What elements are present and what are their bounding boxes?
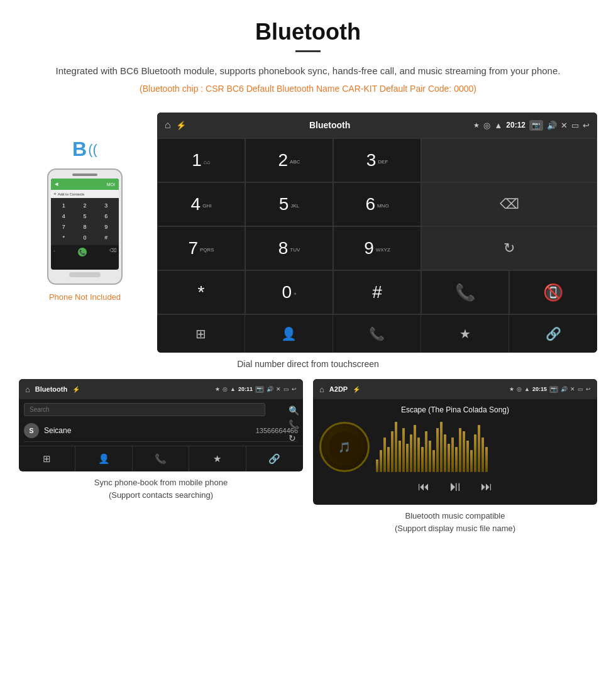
pb-home-icon: ⌂	[25, 385, 30, 394]
music-title: A2DP	[329, 385, 348, 393]
prev-icon[interactable]: ⏮	[418, 480, 429, 493]
dial-key-8[interactable]: 8TUV	[245, 226, 333, 270]
phonebook-frame: ⌂ Bluetooth ⚡ ★ ◎ ▲ 20:11 📷 🔊 ✕ ▭ ↩	[19, 379, 303, 471]
dial-key-9[interactable]: 9WXYZ	[333, 226, 421, 270]
bt-wifi-icon: B ((	[72, 138, 97, 161]
pb-sidebar-search[interactable]: 🔍	[289, 405, 299, 416]
music-home-icon: ⌂	[319, 385, 324, 394]
home-icon[interactable]: ⌂	[165, 119, 171, 131]
dial-key-3[interactable]: 3DEF	[333, 138, 421, 182]
viz-bar	[414, 425, 416, 472]
music-status-icons: ★ ◎ ▲ 20:15 📷 🔊 ✕ ▭ ↩	[509, 386, 591, 393]
wifi-arcs-icon: ((	[88, 141, 97, 158]
dial-backspace[interactable]: ⌫	[421, 182, 597, 226]
dial-key-6[interactable]: 6MNO	[333, 182, 421, 226]
pb-nav-contacts[interactable]: 👤	[75, 446, 132, 471]
phone-home-bar	[69, 272, 101, 277]
nav-link[interactable]: 🔗	[509, 315, 597, 353]
viz-bar	[417, 438, 420, 472]
pb-cam-icon[interactable]: 📷	[255, 386, 264, 393]
music-min-icon[interactable]: ▭	[578, 386, 583, 392]
phonebook-nav: ⊞ 👤 📞 ★ 🔗	[19, 446, 303, 471]
pb-sidebar-refresh[interactable]: ↻	[289, 433, 299, 443]
phonebook-caption: Sync phone-book from mobile phone (Suppo…	[94, 476, 228, 501]
nav-dialpad[interactable]: ⊞	[157, 315, 245, 353]
dial-screen-header: ⌂ ⚡ Bluetooth ★ ◎ ▲ 20:12 📷 🔊 ✕ ▭ ↩	[157, 113, 597, 138]
viz-bar	[436, 428, 439, 472]
minimize-icon[interactable]: ▭	[571, 121, 579, 130]
dial-key-star[interactable]: *	[157, 270, 245, 314]
dial-refresh[interactable]: ↻	[421, 226, 597, 270]
music-back-icon[interactable]: ↩	[586, 386, 591, 392]
music-x-icon[interactable]: ✕	[570, 386, 575, 392]
viz-bar	[481, 438, 484, 472]
page-title: Bluetooth	[38, 19, 578, 45]
viz-bar	[432, 450, 435, 472]
viz-bar	[376, 460, 378, 472]
pb-sidebar-call[interactable]: 📞	[289, 419, 299, 429]
dial-key-hash[interactable]: #	[333, 270, 421, 314]
nav-phone[interactable]: 📞	[333, 315, 421, 353]
title-divider	[295, 50, 321, 52]
usb-icon: ⚡	[176, 121, 186, 130]
dial-key-5[interactable]: 5JKL	[245, 182, 333, 226]
pb-title: Bluetooth	[35, 385, 67, 393]
play-pause-icon[interactable]: ⏯	[448, 478, 462, 495]
pb-vol-icon[interactable]: 🔊	[267, 386, 273, 392]
phonebook-header: ⌂ Bluetooth ⚡ ★ ◎ ▲ 20:11 📷 🔊 ✕ ▭ ↩	[19, 379, 303, 399]
pb-back-icon[interactable]: ↩	[292, 386, 297, 392]
viz-bar	[455, 447, 458, 472]
back-icon[interactable]: ↩	[583, 121, 590, 130]
music-bt-icon: ★	[509, 386, 514, 392]
viz-bar	[429, 441, 431, 472]
bluetooth-icon: B	[72, 138, 87, 161]
contact-row[interactable]: S Seicane 13566664466	[24, 420, 298, 442]
page-description: Integrated with BC6 Bluetooth module, su…	[38, 63, 578, 79]
music-caption: Bluetooth music compatible (Support disp…	[395, 510, 515, 534]
pb-nav-dialpad[interactable]: ⊞	[19, 446, 75, 471]
pb-loc-icon: ◎	[223, 386, 228, 392]
music-frame: ⌂ A2DP ⚡ ★ ◎ ▲ 20:15 📷 🔊 ✕ ▭ ↩ Escape (T…	[313, 379, 597, 505]
music-vol-icon[interactable]: 🔊	[561, 386, 568, 392]
phone-green-bar: ◀ MOI	[51, 179, 119, 190]
dial-screen: ⌂ ⚡ Bluetooth ★ ◎ ▲ 20:12 📷 🔊 ✕ ▭ ↩ 1⌂⌂	[157, 113, 597, 353]
nav-bluetooth[interactable]: ★	[421, 315, 509, 353]
dial-screen-title: Bluetooth	[191, 120, 469, 130]
pb-x-icon[interactable]: ✕	[276, 386, 281, 392]
dial-key-2[interactable]: 2ABC	[245, 138, 333, 182]
music-cam-icon[interactable]: 📷	[549, 386, 558, 393]
close-icon[interactable]: ✕	[561, 121, 568, 130]
pb-nav-phone[interactable]: 📞	[133, 446, 189, 471]
dial-key-4[interactable]: 4GHI	[157, 182, 245, 226]
bluetooth-specs: (Bluetooth chip : CSR BC6 Default Blueto…	[38, 84, 578, 94]
pb-nav-link[interactable]: 🔗	[246, 446, 303, 471]
music-sig-icon: ▲	[524, 386, 530, 392]
phone-side: B (( ◀ MOI Add to Contacts 1 2 3 4 5	[19, 113, 151, 302]
dial-key-0[interactable]: 0+	[245, 270, 333, 314]
music-header: ⌂ A2DP ⚡ ★ ◎ ▲ 20:15 📷 🔊 ✕ ▭ ↩	[313, 379, 597, 399]
volume-icon[interactable]: 🔊	[547, 121, 557, 130]
music-time: 20:15	[532, 386, 547, 392]
dial-key-7[interactable]: 7PQRS	[157, 226, 245, 270]
viz-bar	[448, 444, 450, 472]
viz-bar	[395, 422, 397, 472]
next-icon[interactable]: ⏭	[481, 480, 492, 493]
viz-bar	[466, 441, 469, 472]
phone-speaker	[72, 173, 97, 176]
dial-call-green[interactable]: 📞	[421, 270, 509, 314]
music-usb-icon: ⚡	[353, 386, 360, 393]
phonebook-search-input[interactable]	[24, 403, 265, 416]
camera-icon[interactable]: 📷	[529, 120, 543, 131]
music-block: ⌂ A2DP ⚡ ★ ◎ ▲ 20:15 📷 🔊 ✕ ▭ ↩ Escape (T…	[313, 379, 597, 534]
dial-key-1[interactable]: 1⌂⌂	[157, 138, 245, 182]
pb-min-icon[interactable]: ▭	[283, 386, 289, 392]
nav-contacts[interactable]: 👤	[245, 315, 333, 353]
time-display: 20:12	[506, 121, 525, 129]
dial-call-red[interactable]: 📵	[509, 270, 597, 314]
pb-nav-bluetooth[interactable]: ★	[189, 446, 246, 471]
pb-sig-icon: ▲	[230, 386, 236, 392]
viz-bar	[402, 428, 405, 472]
phone-add-contact: Add to Contacts	[51, 190, 119, 198]
viz-bar	[406, 444, 409, 472]
viz-bar	[478, 425, 480, 472]
